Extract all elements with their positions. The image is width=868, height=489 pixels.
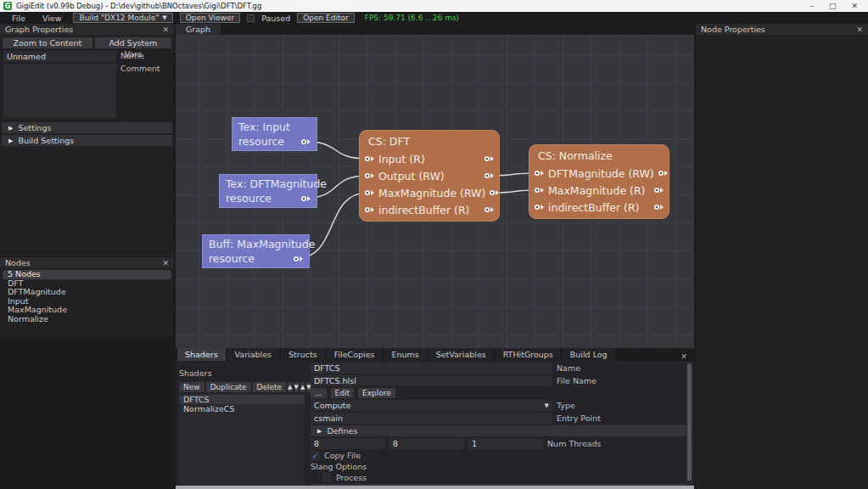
build-module-button[interactable]: Build "DX12 Module" ▼ xyxy=(73,13,172,23)
num-threads-y-input[interactable] xyxy=(389,438,464,449)
menu-view[interactable]: View xyxy=(37,14,67,23)
tab-rthitgroups[interactable]: RTHitGroups xyxy=(496,348,561,361)
fps-readout: FPS: 59.71 (6.6 .. 26 ms) xyxy=(365,14,459,22)
shader-file-input[interactable] xyxy=(311,375,552,386)
collapse-arrow-icon: ▶ xyxy=(8,138,13,144)
move-up-button[interactable]: ▲ xyxy=(288,382,292,392)
output-pin[interactable] xyxy=(654,205,664,210)
new-shader-button[interactable]: New xyxy=(179,382,204,392)
tab-enums[interactable]: Enums xyxy=(384,348,426,361)
entry-point-label: Entry Point xyxy=(557,413,601,423)
graph-properties-panel: Graph Properties ✕ Zoom to Content (F) A… xyxy=(0,24,174,256)
close-icon[interactable]: ✕ xyxy=(856,25,863,34)
shader-type-dropdown[interactable]: Compute ▼ xyxy=(311,400,552,411)
window-titlebar: G GigiEdit (v0.99b Debug) - D:\dev\githu… xyxy=(0,0,868,12)
node-tex-input[interactable]: Tex: Input resource xyxy=(232,117,317,151)
shader-list: DFTCS NormalizeCS xyxy=(179,394,305,489)
nodes-panel: Nodes ✕ 5 Nodes DFT DFTMagnitude Input M… xyxy=(0,257,174,336)
graph-name-input[interactable] xyxy=(3,51,116,62)
entry-point-input[interactable] xyxy=(311,413,552,424)
tab-structs[interactable]: Structs xyxy=(281,348,325,361)
browse-file-button[interactable]: ... xyxy=(311,388,327,398)
nodes-panel-title: Nodes xyxy=(5,258,31,267)
process-label: Process xyxy=(336,473,367,482)
close-icon[interactable]: ✕ xyxy=(162,259,169,267)
resource-output-pin[interactable] xyxy=(301,139,311,144)
defines-section-header[interactable]: ▶ Defines xyxy=(311,425,692,436)
node-list-item[interactable]: MaxMagnitude xyxy=(3,306,171,315)
shader-name-input[interactable] xyxy=(311,363,552,374)
shaders-label: Shaders xyxy=(179,368,212,378)
input-pin[interactable] xyxy=(535,171,544,176)
node-cs-dft[interactable]: CS: DFT Input (R) Output (RW) MaxMagnitu… xyxy=(359,130,500,222)
bottom-scrollbar[interactable] xyxy=(686,362,692,486)
menu-file[interactable]: File xyxy=(7,14,31,23)
tab-shaders[interactable]: Shaders xyxy=(177,348,226,361)
tab-buildlog[interactable]: Build Log xyxy=(563,348,615,361)
menubar: File View Build "DX12 Module" ▼ Open Vie… xyxy=(0,12,868,24)
maximize-button[interactable]: □ xyxy=(829,0,837,12)
nodes-panel-titlebar[interactable]: Nodes ✕ xyxy=(0,257,174,268)
edit-file-button[interactable]: Edit xyxy=(331,388,354,398)
node-cs-normalize[interactable]: CS: Normalize DFTMagnitude (RW) MaxMagni… xyxy=(529,144,669,219)
graph-canvas[interactable]: Tex: Input resource Tex: DFTMagnitude re… xyxy=(176,35,694,348)
output-pin[interactable] xyxy=(654,188,664,193)
output-pin[interactable] xyxy=(484,156,494,161)
node-properties-titlebar[interactable]: Node Properties ✕ xyxy=(696,24,868,35)
app-window: G GigiEdit (v0.99b Debug) - D:\dev\githu… xyxy=(0,0,868,489)
bottom-resize-strip[interactable] xyxy=(176,486,694,489)
node-buff-maxmagnitude[interactable]: Buff: MaxMagnitude resource xyxy=(202,234,310,268)
delete-shader-button[interactable]: Delete xyxy=(253,382,287,392)
caret-down-icon: ▼ xyxy=(162,14,166,22)
input-pin[interactable] xyxy=(535,205,544,210)
close-icon[interactable]: ✕ xyxy=(680,351,692,361)
move-to-top-button[interactable]: ▲ xyxy=(300,382,305,392)
tab-setvariables[interactable]: SetVariables xyxy=(428,348,494,361)
copy-file-checkbox[interactable]: ✓ xyxy=(311,451,320,460)
graph-tab[interactable]: Graph xyxy=(176,24,221,35)
input-pin[interactable] xyxy=(535,188,544,193)
process-checkbox[interactable] xyxy=(322,473,332,482)
paused-checkbox[interactable] xyxy=(247,14,255,22)
node-count-row[interactable]: 5 Nodes xyxy=(3,270,171,279)
num-threads-x-input[interactable] xyxy=(311,438,385,449)
scrollbar-thumb[interactable] xyxy=(687,363,692,481)
add-system-vars-button[interactable]: Add System Vars xyxy=(95,37,171,48)
shader-file-label: File Name xyxy=(557,376,596,385)
explore-file-button[interactable]: Explore xyxy=(358,388,395,398)
node-list-item[interactable]: Normalize xyxy=(3,315,171,324)
open-editor-button[interactable]: Open Editor xyxy=(297,13,355,23)
shader-name-label: Name xyxy=(557,363,580,373)
input-pin[interactable] xyxy=(365,190,374,195)
input-pin[interactable] xyxy=(365,173,374,178)
build-settings-section-header[interactable]: ▶ Build Settings xyxy=(2,135,172,146)
node-tex-dftmagnitude[interactable]: Tex: DFTMagnitude resource xyxy=(219,174,317,208)
graph-properties-titlebar[interactable]: Graph Properties ✕ xyxy=(0,24,174,35)
resource-output-pin[interactable] xyxy=(301,196,311,201)
resource-output-pin[interactable] xyxy=(294,256,303,261)
output-pin[interactable] xyxy=(490,190,499,195)
tab-variables[interactable]: Variables xyxy=(227,348,279,361)
zoom-to-content-button[interactable]: Zoom to Content (F) xyxy=(3,37,92,48)
app-icon: G xyxy=(3,2,12,10)
comment-input[interactable] xyxy=(3,64,116,118)
open-viewer-button[interactable]: Open Viewer xyxy=(180,13,241,23)
close-button[interactable]: ✕ xyxy=(851,0,858,12)
output-pin[interactable] xyxy=(484,207,494,212)
graph-window: Graph Tex: Input resource Tex: DFTMagnit… xyxy=(176,24,694,348)
input-pin[interactable] xyxy=(365,207,374,212)
tab-filecopies[interactable]: FileCopies xyxy=(327,348,383,361)
node-list-item[interactable]: DFTMagnitude xyxy=(3,288,171,297)
close-icon[interactable]: ✕ xyxy=(162,25,169,34)
move-down-button[interactable]: ▼ xyxy=(294,382,299,392)
output-pin[interactable] xyxy=(484,173,494,178)
duplicate-shader-button[interactable]: Duplicate xyxy=(206,382,251,392)
minimize-button[interactable]: – xyxy=(809,0,814,12)
shader-list-item[interactable]: NormalizeCS xyxy=(179,404,305,413)
num-threads-z-input[interactable] xyxy=(468,438,543,449)
input-pin[interactable] xyxy=(365,156,374,161)
name-label: Name xyxy=(120,51,144,60)
shader-list-item[interactable]: DFTCS xyxy=(179,395,305,404)
output-pin[interactable] xyxy=(658,171,668,176)
settings-section-header[interactable]: ▶ Settings xyxy=(2,122,172,133)
